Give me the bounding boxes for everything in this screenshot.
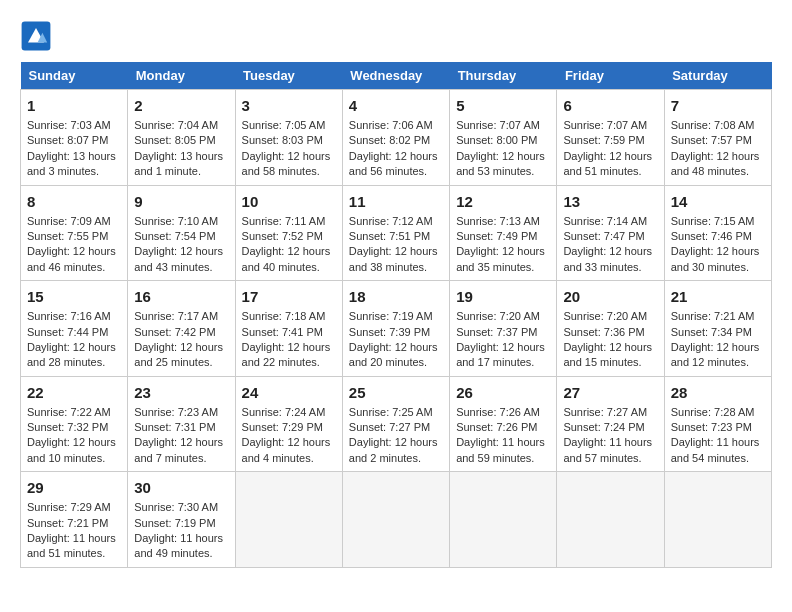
day-number: 22 [27, 382, 121, 403]
daylight: Daylight: 12 hours and 10 minutes. [27, 436, 116, 463]
calendar-cell: 2 Sunrise: 7:04 AM Sunset: 8:05 PM Dayli… [128, 90, 235, 186]
logo-icon [20, 20, 52, 52]
sunset: Sunset: 7:51 PM [349, 230, 430, 242]
sunset: Sunset: 7:21 PM [27, 517, 108, 529]
daylight: Daylight: 12 hours and 35 minutes. [456, 245, 545, 272]
sunset: Sunset: 7:42 PM [134, 326, 215, 338]
calendar-cell: 29 Sunrise: 7:29 AM Sunset: 7:21 PM Dayl… [21, 472, 128, 568]
calendar-cell: 25 Sunrise: 7:25 AM Sunset: 7:27 PM Dayl… [342, 376, 449, 472]
calendar-cell: 15 Sunrise: 7:16 AM Sunset: 7:44 PM Dayl… [21, 281, 128, 377]
daylight: Daylight: 12 hours and 48 minutes. [671, 150, 760, 177]
day-number: 24 [242, 382, 336, 403]
calendar-cell: 28 Sunrise: 7:28 AM Sunset: 7:23 PM Dayl… [664, 376, 771, 472]
sunrise: Sunrise: 7:23 AM [134, 406, 218, 418]
sunset: Sunset: 7:32 PM [27, 421, 108, 433]
calendar-cell: 8 Sunrise: 7:09 AM Sunset: 7:55 PM Dayli… [21, 185, 128, 281]
sunset: Sunset: 7:41 PM [242, 326, 323, 338]
calendar-cell: 23 Sunrise: 7:23 AM Sunset: 7:31 PM Dayl… [128, 376, 235, 472]
sunrise: Sunrise: 7:08 AM [671, 119, 755, 131]
sunrise: Sunrise: 7:17 AM [134, 310, 218, 322]
sunrise: Sunrise: 7:25 AM [349, 406, 433, 418]
calendar-week-row: 22 Sunrise: 7:22 AM Sunset: 7:32 PM Dayl… [21, 376, 772, 472]
day-number: 9 [134, 191, 228, 212]
day-number: 11 [349, 191, 443, 212]
sunrise: Sunrise: 7:20 AM [456, 310, 540, 322]
calendar-cell: 4 Sunrise: 7:06 AM Sunset: 8:02 PM Dayli… [342, 90, 449, 186]
sunset: Sunset: 7:34 PM [671, 326, 752, 338]
sunrise: Sunrise: 7:03 AM [27, 119, 111, 131]
sunrise: Sunrise: 7:29 AM [27, 501, 111, 513]
sunrise: Sunrise: 7:30 AM [134, 501, 218, 513]
calendar-cell [557, 472, 664, 568]
sunrise: Sunrise: 7:28 AM [671, 406, 755, 418]
sunrise: Sunrise: 7:14 AM [563, 215, 647, 227]
day-number: 17 [242, 286, 336, 307]
sunset: Sunset: 7:49 PM [456, 230, 537, 242]
weekday-header-row: SundayMondayTuesdayWednesdayThursdayFrid… [21, 62, 772, 90]
daylight: Daylight: 12 hours and 46 minutes. [27, 245, 116, 272]
sunset: Sunset: 7:19 PM [134, 517, 215, 529]
sunrise: Sunrise: 7:26 AM [456, 406, 540, 418]
daylight: Daylight: 12 hours and 12 minutes. [671, 341, 760, 368]
day-number: 8 [27, 191, 121, 212]
daylight: Daylight: 12 hours and 15 minutes. [563, 341, 652, 368]
sunset: Sunset: 7:31 PM [134, 421, 215, 433]
day-number: 16 [134, 286, 228, 307]
calendar-cell: 14 Sunrise: 7:15 AM Sunset: 7:46 PM Dayl… [664, 185, 771, 281]
day-number: 10 [242, 191, 336, 212]
calendar-cell: 12 Sunrise: 7:13 AM Sunset: 7:49 PM Dayl… [450, 185, 557, 281]
daylight: Daylight: 12 hours and 58 minutes. [242, 150, 331, 177]
sunset: Sunset: 7:46 PM [671, 230, 752, 242]
sunrise: Sunrise: 7:27 AM [563, 406, 647, 418]
day-number: 26 [456, 382, 550, 403]
calendar-cell: 7 Sunrise: 7:08 AM Sunset: 7:57 PM Dayli… [664, 90, 771, 186]
calendar-cell [235, 472, 342, 568]
calendar-cell: 21 Sunrise: 7:21 AM Sunset: 7:34 PM Dayl… [664, 281, 771, 377]
sunrise: Sunrise: 7:10 AM [134, 215, 218, 227]
logo [20, 20, 56, 52]
calendar-cell: 13 Sunrise: 7:14 AM Sunset: 7:47 PM Dayl… [557, 185, 664, 281]
sunset: Sunset: 7:23 PM [671, 421, 752, 433]
sunrise: Sunrise: 7:04 AM [134, 119, 218, 131]
sunrise: Sunrise: 7:18 AM [242, 310, 326, 322]
weekday-header-sunday: Sunday [21, 62, 128, 90]
calendar-cell: 3 Sunrise: 7:05 AM Sunset: 8:03 PM Dayli… [235, 90, 342, 186]
sunset: Sunset: 8:05 PM [134, 134, 215, 146]
day-number: 15 [27, 286, 121, 307]
daylight: Daylight: 12 hours and 4 minutes. [242, 436, 331, 463]
daylight: Daylight: 11 hours and 49 minutes. [134, 532, 223, 559]
day-number: 14 [671, 191, 765, 212]
daylight: Daylight: 11 hours and 51 minutes. [27, 532, 116, 559]
calendar-week-row: 29 Sunrise: 7:29 AM Sunset: 7:21 PM Dayl… [21, 472, 772, 568]
calendar-cell: 11 Sunrise: 7:12 AM Sunset: 7:51 PM Dayl… [342, 185, 449, 281]
calendar-table: SundayMondayTuesdayWednesdayThursdayFrid… [20, 62, 772, 568]
sunset: Sunset: 7:24 PM [563, 421, 644, 433]
sunrise: Sunrise: 7:05 AM [242, 119, 326, 131]
calendar-cell: 5 Sunrise: 7:07 AM Sunset: 8:00 PM Dayli… [450, 90, 557, 186]
day-number: 21 [671, 286, 765, 307]
weekday-header-tuesday: Tuesday [235, 62, 342, 90]
calendar-cell: 18 Sunrise: 7:19 AM Sunset: 7:39 PM Dayl… [342, 281, 449, 377]
sunset: Sunset: 7:54 PM [134, 230, 215, 242]
sunset: Sunset: 7:55 PM [27, 230, 108, 242]
daylight: Daylight: 13 hours and 3 minutes. [27, 150, 116, 177]
calendar-cell: 30 Sunrise: 7:30 AM Sunset: 7:19 PM Dayl… [128, 472, 235, 568]
day-number: 13 [563, 191, 657, 212]
daylight: Daylight: 12 hours and 43 minutes. [134, 245, 223, 272]
sunset: Sunset: 7:57 PM [671, 134, 752, 146]
day-number: 19 [456, 286, 550, 307]
calendar-cell: 16 Sunrise: 7:17 AM Sunset: 7:42 PM Dayl… [128, 281, 235, 377]
day-number: 18 [349, 286, 443, 307]
day-number: 30 [134, 477, 228, 498]
weekday-header-friday: Friday [557, 62, 664, 90]
day-number: 28 [671, 382, 765, 403]
sunrise: Sunrise: 7:21 AM [671, 310, 755, 322]
daylight: Daylight: 12 hours and 33 minutes. [563, 245, 652, 272]
sunset: Sunset: 7:26 PM [456, 421, 537, 433]
sunset: Sunset: 7:39 PM [349, 326, 430, 338]
day-number: 12 [456, 191, 550, 212]
daylight: Daylight: 12 hours and 51 minutes. [563, 150, 652, 177]
daylight: Daylight: 12 hours and 2 minutes. [349, 436, 438, 463]
sunset: Sunset: 7:52 PM [242, 230, 323, 242]
page-header [20, 20, 772, 52]
